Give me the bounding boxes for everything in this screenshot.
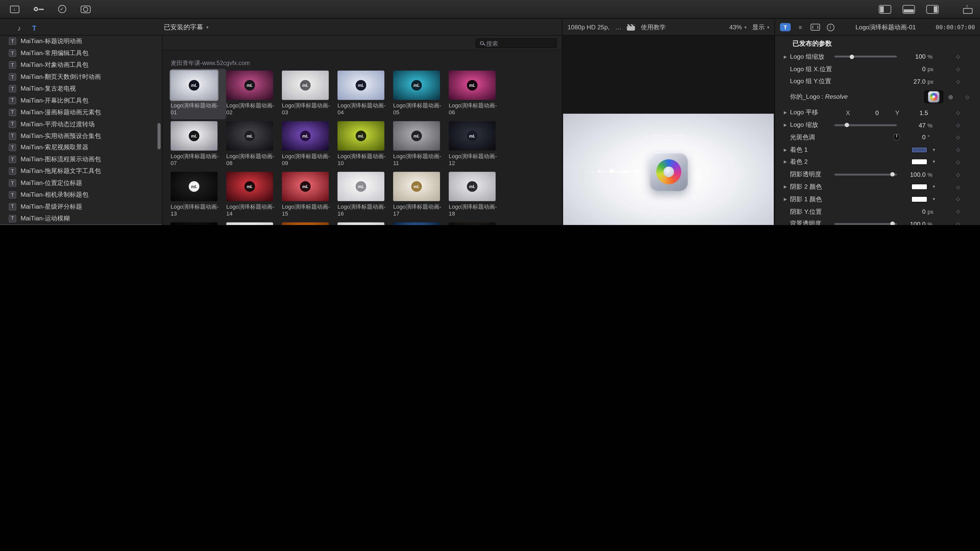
template-item[interactable]: mLLogo演绎标题动画-16 xyxy=(337,170,393,221)
param-slider[interactable] xyxy=(834,56,897,58)
template-thumbnail[interactable]: mL xyxy=(393,222,440,225)
param-slider[interactable] xyxy=(834,173,897,175)
viewer-canvas[interactable] xyxy=(563,114,774,225)
browser-layout-button[interactable] xyxy=(878,3,892,15)
template-thumbnail[interactable]: mL xyxy=(449,171,496,201)
template-thumbnail[interactable]: mL xyxy=(337,71,384,100)
template-thumbnail[interactable]: mL xyxy=(226,121,273,151)
keyframe-diamond-icon[interactable]: ◇ xyxy=(936,147,980,152)
display-menu[interactable]: 显示▾ xyxy=(752,23,769,32)
background-tasks-button[interactable]: ✓ xyxy=(55,3,69,15)
sidebar-item[interactable]: TMaiTian-相机录制标题包 xyxy=(0,189,162,201)
slider-knob[interactable] xyxy=(891,172,895,176)
template-thumbnail[interactable]: mL xyxy=(393,171,440,201)
template-item[interactable]: mLLogo演绎标题动画-01 xyxy=(171,68,226,119)
title-inspector-tab[interactable]: T xyxy=(780,23,791,32)
param-value[interactable]: 100.0 xyxy=(910,221,926,225)
timeline-layout-button[interactable] xyxy=(902,3,916,15)
keyframe-diamond-icon[interactable]: ◇ xyxy=(936,221,980,225)
template-item[interactable]: mLLogo演绎标题动画-04 xyxy=(337,68,393,119)
keyframe-diamond-icon[interactable]: ◇ xyxy=(936,110,980,115)
template-item[interactable]: mLLogo演绎标题动画-21 xyxy=(282,221,337,225)
hue-dial[interactable] xyxy=(893,134,900,141)
template-thumbnail[interactable]: mL xyxy=(337,121,384,151)
template-item[interactable]: mLLogo演绎标题动画-24 xyxy=(449,221,504,225)
template-thumbnail[interactable]: mL xyxy=(449,121,496,151)
template-thumbnail[interactable]: mL xyxy=(282,171,329,201)
template-item[interactable]: mLLogo演绎标题动画-22 xyxy=(337,221,393,225)
keyframe-diamond-icon[interactable]: ◇ xyxy=(936,66,980,72)
sidebar-item[interactable]: TMaiTian-对象动画工具包 xyxy=(0,59,162,71)
disclosure-triangle-icon[interactable]: ▶ xyxy=(784,160,790,165)
sidebar-item[interactable]: TMaiTian-拖尾标题文字工具包 xyxy=(0,165,162,177)
keyframe-diamond-icon[interactable]: ◇ xyxy=(936,159,980,165)
template-item[interactable]: mLLogo演绎标题动画-07 xyxy=(171,119,226,170)
param-value[interactable]: 100.0 xyxy=(910,171,926,178)
template-item[interactable]: mLLogo演绎标题动画-15 xyxy=(282,170,337,221)
clear-image-icon[interactable]: ⊗ xyxy=(948,94,953,100)
template-thumbnail[interactable]: mL xyxy=(171,222,218,225)
sidebar-item[interactable]: TMaiTian-翻页天数倒计时动画 xyxy=(0,71,162,83)
y-value[interactable]: 1.5 xyxy=(904,109,928,116)
template-item[interactable]: mLLogo演绎标题动画-19 xyxy=(171,221,226,225)
template-item[interactable]: mLLogo演绎标题动画-18 xyxy=(449,170,504,221)
share-button[interactable]: ↑ xyxy=(950,3,973,15)
template-thumbnail[interactable]: mL xyxy=(449,71,496,100)
keyframe-diamond-icon[interactable]: ◇ xyxy=(936,122,980,128)
param-value[interactable]: 0 xyxy=(922,208,926,215)
param-slider[interactable] xyxy=(834,124,897,126)
sidebar-item[interactable]: TMaiTian-星级评分标题 xyxy=(0,201,162,213)
sidebar-item[interactable]: TMaiTian-索尼视频取景器 xyxy=(0,142,162,154)
color-swatch[interactable] xyxy=(912,184,928,190)
template-item[interactable]: mLLogo演绎标题动画-08 xyxy=(226,119,282,170)
slider-knob[interactable] xyxy=(845,123,849,127)
sidebar-item[interactable]: TMaiTian-开幕比例工具包 xyxy=(0,95,162,106)
sidebar-item[interactable]: TMaiTian-Logo演绎标题动画 xyxy=(0,224,162,225)
param-value[interactable]: 100 xyxy=(915,53,926,60)
template-item[interactable]: mLLogo演绎标题动画-14 xyxy=(226,170,282,221)
photos-audio-tab[interactable]: ♪ xyxy=(18,21,21,33)
sidebar-item[interactable]: TMaiTian-复古老电视 xyxy=(0,83,162,95)
slider-knob[interactable] xyxy=(850,55,854,59)
zoom-menu[interactable]: 43%▾ xyxy=(729,24,746,30)
format-info-label[interactable]: 1080p HD 25p, xyxy=(568,24,610,30)
x-value[interactable]: 0 xyxy=(855,109,879,116)
keyframe-diamond-icon[interactable]: ◇ xyxy=(936,54,980,60)
sidebar-item[interactable]: TMaiTian-常用编辑工具包 xyxy=(0,48,162,59)
param-value[interactable]: 0 xyxy=(922,66,926,73)
installed-titles-menu[interactable]: 已安装的字幕 ▾ xyxy=(164,19,208,35)
disclosure-triangle-icon[interactable]: ▶ xyxy=(784,110,790,115)
search-field[interactable] xyxy=(476,38,557,48)
keyframe-diamond-icon[interactable]: ◇ xyxy=(936,135,980,140)
search-input[interactable] xyxy=(486,40,552,47)
sidebar-scrollbar[interactable] xyxy=(158,123,161,149)
slider-knob[interactable] xyxy=(891,222,895,225)
template-thumbnail[interactable]: mL xyxy=(449,222,496,225)
keyframe-diamond-icon[interactable]: ◇ xyxy=(936,209,980,214)
template-thumbnail[interactable]: mL xyxy=(171,71,218,100)
video-inspector-tab[interactable] xyxy=(810,23,821,32)
param-value[interactable]: 47 xyxy=(919,122,926,129)
chevron-down-icon[interactable]: ▾ xyxy=(933,160,935,165)
template-item[interactable]: mLLogo演绎标题动画-03 xyxy=(282,68,337,119)
sidebar-item[interactable]: TMaiTian-标题说明动画 xyxy=(0,36,162,48)
template-thumbnail[interactable]: mL xyxy=(226,222,273,225)
keyword-editor-button[interactable] xyxy=(31,3,45,15)
template-item[interactable]: mLLogo演绎标题动画-23 xyxy=(393,221,449,225)
color-swatch[interactable] xyxy=(912,196,928,202)
template-thumbnail[interactable]: mL xyxy=(393,71,440,100)
import-media-button[interactable]: ↓ xyxy=(7,3,21,15)
text-inspector-tab[interactable]: ≡ xyxy=(795,23,806,32)
color-swatch[interactable] xyxy=(912,147,928,153)
chevron-down-icon[interactable]: ▾ xyxy=(933,197,935,202)
chevron-down-icon[interactable]: ▾ xyxy=(933,184,935,189)
sidebar-item[interactable]: TMaiTian-实用动画预设合集包 xyxy=(0,130,162,142)
inspector-layout-button[interactable] xyxy=(926,3,939,15)
sidebar-item[interactable]: TMaiTian-漫画标题动画元素包 xyxy=(0,106,162,118)
template-item[interactable]: mLLogo演绎标题动画-11 xyxy=(393,119,449,170)
color-swatch[interactable] xyxy=(912,159,928,165)
image-well[interactable] xyxy=(924,91,943,103)
template-thumbnail[interactable]: mL xyxy=(282,71,329,100)
disclosure-triangle-icon[interactable]: ▶ xyxy=(784,197,790,202)
template-item[interactable]: mLLogo演绎标题动画-06 xyxy=(449,68,504,119)
